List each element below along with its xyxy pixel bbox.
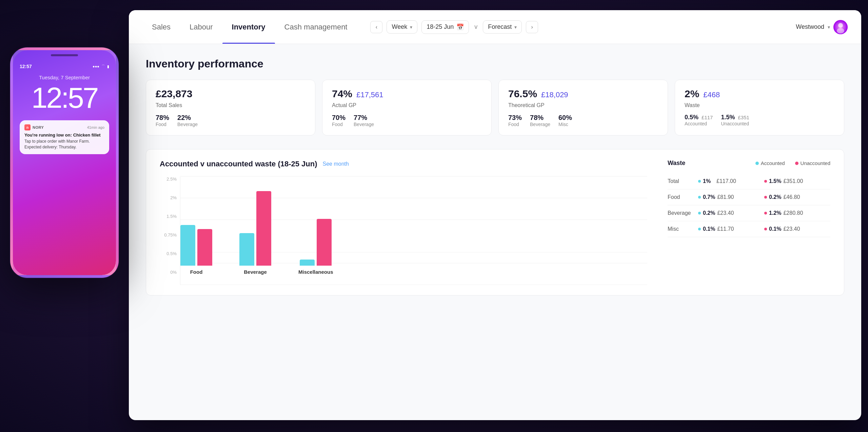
bar-group-miscellaneous: Miscellaneous [298, 219, 333, 285]
waste-amt-food-acc: £81.90 [717, 194, 741, 200]
navigation-bar: Sales Labour Inventory Cash management ‹… [129, 10, 861, 44]
waste-pct-beverage-unacc: 1.2% [769, 210, 781, 216]
waste-dot-beverage-unacc [764, 212, 767, 214]
bar-misc-accounted [300, 260, 315, 266]
dashboard: Sales Labour Inventory Cash management ‹… [129, 10, 861, 420]
phone-mockup: 12:57 ●●● ⌒ ▮ Tuesday, 7 September 12:57… [10, 47, 119, 278]
tab-sales[interactable]: Sales [142, 10, 180, 44]
phone-status-time: 12:57 [20, 64, 32, 69]
forecast-dropdown-arrow: ▾ [514, 24, 517, 30]
bar-label-misc: Miscellaneous [298, 269, 333, 275]
waste-legend: Accounted Unaccounted [755, 160, 830, 166]
nav-tabs: Sales Labour Inventory Cash management [142, 10, 357, 44]
kpi-theoretical-gp-breakdown: 73% Food 78% Beverage 60% Misc [508, 114, 658, 127]
notification-title: You're running low on: Chicken fillet [24, 132, 104, 138]
kpi-actual-gp-label: Actual GP [332, 102, 482, 108]
notification-app-name: NORY [33, 125, 44, 129]
bar-label-beverage: Beverage [244, 269, 267, 275]
week-dropdown-arrow: ▾ [410, 24, 412, 30]
bar-pair-beverage [239, 191, 271, 266]
y-label-2-5: 2.5% [166, 177, 177, 182]
waste-label-food: Food [668, 194, 698, 200]
kpi-waste-label: Waste [685, 102, 834, 108]
page-title: Inventory performance [146, 58, 844, 70]
waste-amt-food-unacc: £46.80 [783, 194, 807, 200]
waste-pct-food-acc: 0.7% [703, 194, 715, 200]
kpi-total-sales-beverage: 22% Beverage [177, 114, 198, 127]
legend-dot-unaccounted [795, 162, 798, 165]
kpi-card-total-sales: £23,873 Total Sales 78% Food 22% Beverag… [146, 80, 315, 136]
waste-table: Waste Accounted Unaccounted To [668, 160, 830, 237]
date-range-selector[interactable]: 18-25 Jun 📅 [421, 20, 469, 34]
waste-amt-beverage-acc: £23.40 [717, 210, 741, 216]
waste-amt-misc-acc: £11.70 [717, 226, 741, 232]
tab-inventory[interactable]: Inventory [222, 10, 275, 44]
kpi-waste-unaccounted: 1.5% £351 Unaccounted [721, 114, 749, 126]
bar-group-beverage: Beverage [239, 191, 271, 285]
kpi-total-sales-food: 78% Food [156, 114, 169, 127]
notification-time: 41min ago [87, 125, 104, 129]
kpi-theoretical-gp-beverage: 78% Beverage [530, 114, 550, 127]
waste-dot-total-unacc [764, 180, 767, 183]
kpi-total-sales-breakdown: 78% Food 22% Beverage [156, 114, 305, 127]
waste-dot-misc-unacc [764, 228, 767, 230]
kpi-waste-value: 2% [685, 88, 699, 100]
svg-point-1 [838, 23, 843, 28]
waste-amt-total-acc: £117.00 [716, 178, 740, 184]
kpi-theoretical-gp-misc: 60% Misc [558, 114, 572, 127]
waste-cell-misc-unacc: 0.1% £23.40 [764, 226, 830, 232]
y-label-0-5: 0.5% [166, 251, 177, 256]
tab-cash-management[interactable]: Cash management [275, 10, 357, 44]
signal-icon: ●●● [93, 64, 99, 68]
kpi-card-waste: 2% £468 Waste 0.5% £117 Accounted 1.5% [675, 80, 844, 136]
kpi-theoretical-gp-top: 76.5% £18,029 [508, 88, 658, 100]
kpi-actual-gp-beverage: 77% Beverage [354, 114, 374, 127]
week-dropdown[interactable]: Week ▾ [387, 20, 417, 34]
chart-y-axis: 2.5% 2% 1.5% 0.75% 0.5% 0% [160, 177, 180, 285]
kpi-theoretical-gp-label: Theoretical GP [508, 102, 658, 108]
kpi-waste-breakdown: 0.5% £117 Accounted 1.5% £351 Unaccounte… [685, 114, 834, 126]
phone-screen: 12:57 ●●● ⌒ ▮ Tuesday, 7 September 12:57… [13, 50, 116, 275]
forecast-dropdown[interactable]: Forecast ▾ [483, 20, 522, 34]
notification-card[interactable]: n NORY 41min ago You're running low on: … [20, 120, 109, 154]
waste-pct-total-unacc: 1.5% [769, 178, 781, 184]
nav-controls: ‹ Week ▾ 18-25 Jun 📅 v Forecast ▾ › [370, 20, 538, 34]
bar-pair-misc [300, 219, 332, 266]
user-dropdown-arrow: ▾ [828, 24, 830, 30]
phone-status-bar: 12:57 ●●● ⌒ ▮ [20, 64, 109, 69]
phone-date: Tuesday, 7 September [20, 75, 109, 80]
waste-pct-food-unacc: 0.2% [769, 194, 781, 200]
waste-cell-beverage-unacc: 1.2% £280.80 [764, 210, 830, 216]
prev-button[interactable]: ‹ [370, 21, 382, 33]
notification-header: n NORY 41min ago [24, 124, 104, 130]
chart-body: Food Beverage [180, 177, 647, 285]
tab-labour[interactable]: Labour [180, 10, 222, 44]
next-button[interactable]: › [526, 21, 538, 33]
bar-label-food: Food [190, 269, 203, 275]
waste-cell-beverage-acc: 0.2% £23.40 [698, 210, 764, 216]
waste-cell-total-acc: 1% £117.00 [698, 178, 764, 184]
waste-pct-misc-acc: 0.1% [703, 226, 715, 232]
kpi-total-sales-value: £23,873 [156, 88, 192, 100]
waste-table-header: Waste Accounted Unaccounted [668, 160, 830, 167]
waste-label-total: Total [668, 178, 698, 184]
waste-pct-misc-unacc: 0.1% [769, 226, 781, 232]
kpi-actual-gp-value: 74% [332, 88, 352, 100]
notification-body: Tap to place order with Manor Farm. Expe… [24, 139, 104, 150]
waste-amt-total-unacc: £351.00 [783, 178, 807, 184]
wifi-icon: ⌒ [101, 64, 105, 69]
kpi-total-sales-top: £23,873 [156, 88, 305, 100]
user-avatar [833, 20, 848, 34]
user-area[interactable]: Westwood ▾ [796, 20, 848, 34]
waste-dot-total-acc [698, 180, 701, 183]
waste-row-total: Total 1% £117.00 1.5% £351.00 [668, 173, 830, 189]
kpi-theoretical-gp-amount: £18,029 [541, 90, 568, 99]
notification-app-icon: n [24, 124, 31, 130]
see-month-link[interactable]: See month [323, 161, 349, 167]
bar-misc-unaccounted [317, 219, 332, 266]
bar-beverage-unaccounted [256, 191, 271, 266]
waste-cell-food-unacc: 0.2% £46.80 [764, 194, 830, 200]
bar-group-food: Food [180, 225, 212, 285]
y-label-2: 2% [170, 195, 177, 200]
kpi-waste-accounted: 0.5% £117 Accounted [685, 114, 713, 126]
